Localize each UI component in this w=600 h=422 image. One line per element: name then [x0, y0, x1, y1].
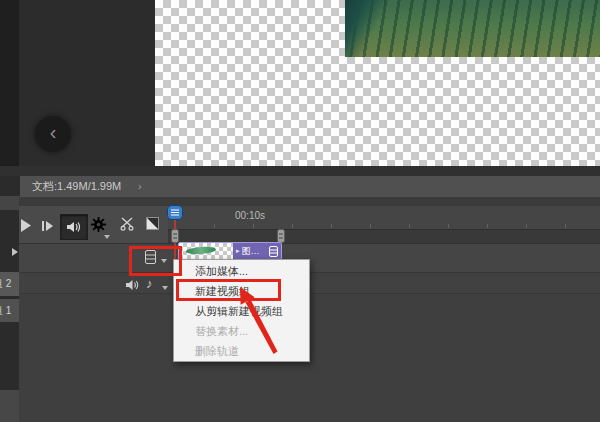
scissors-icon: [120, 217, 135, 231]
ruler-time-label: 00:10s: [235, 210, 265, 221]
audio-speaker-icon[interactable]: [126, 279, 139, 291]
audio-track-options-caret[interactable]: [162, 286, 168, 290]
clip-thumbnail: [179, 243, 233, 259]
clip-name: 图…: [242, 245, 260, 258]
video-track-filmstrip-icon[interactable]: [145, 250, 156, 264]
step-forward-button[interactable]: [42, 221, 53, 231]
menu-item-new-video-group-from-clips[interactable]: 从剪辑新建视频组: [174, 301, 309, 321]
clip-disclosure-arrow[interactable]: ▸: [236, 247, 240, 255]
layer-group-row-1[interactable]: 组 1: [0, 299, 20, 322]
menu-item-replace-footage: 替换素材...: [174, 321, 309, 341]
work-area-start-handle[interactable]: [171, 229, 179, 243]
play-button[interactable]: [20, 219, 31, 232]
video-clip[interactable]: ▸ 图…: [178, 242, 282, 260]
speaker-icon: [67, 221, 81, 233]
panel-edge-block: [0, 196, 20, 210]
transition-icon: [146, 217, 159, 230]
mute-audio-button[interactable]: [60, 214, 88, 240]
timeline-settings-gear-icon[interactable]: [91, 217, 106, 232]
document-status-bar: 文档:1.49M/1.99M ›: [20, 176, 600, 197]
work-area-end-handle[interactable]: [277, 229, 285, 243]
layer-group-row-2[interactable]: 组 2: [0, 272, 20, 296]
document-size-label: 文档:1.49M/1.99M: [32, 176, 121, 197]
playhead-marker[interactable]: [167, 205, 183, 220]
music-note-icon[interactable]: ♪: [146, 276, 153, 291]
track-disclosure-arrow[interactable]: [12, 248, 18, 256]
clip-thumbnail-art: [186, 246, 216, 255]
panel-edge-block: [0, 390, 20, 422]
timeline-ruler[interactable]: 00:10s: [168, 206, 600, 230]
menu-item-new-video-group[interactable]: 新建视频组: [174, 281, 309, 301]
split-scissors-button[interactable]: [120, 217, 135, 231]
canvas-bottom-strip: [0, 166, 600, 176]
transition-button[interactable]: [146, 217, 159, 230]
layers-panel-edge: 组 2 组 1: [0, 176, 20, 422]
gear-dropdown-caret[interactable]: [104, 235, 110, 239]
timeline-panel-top: [19, 197, 600, 206]
left-panel-sliver: [0, 0, 19, 166]
video-track-options-caret[interactable]: [161, 259, 167, 263]
collapse-back-button[interactable]: ‹: [35, 116, 71, 152]
track-context-menu: 添加媒体... 新建视频组 从剪辑新建视频组 替换素材... 删除轨道: [173, 259, 310, 362]
status-options-chevron[interactable]: ›: [138, 176, 142, 197]
field-photo-layer[interactable]: [345, 0, 600, 57]
menu-item-add-media[interactable]: 添加媒体...: [174, 261, 309, 281]
photoshop-timeline-screenshot: ‹ 文档:1.49M/1.99M › 组 2 组 1: [0, 0, 600, 422]
menu-item-delete-track: 删除轨道: [174, 341, 309, 361]
clip-header: ▸ 图…: [233, 243, 281, 259]
layer-group-label: 组 1: [0, 299, 11, 322]
layer-group-label: 组 2: [0, 272, 11, 296]
clip-filter-icon[interactable]: [269, 246, 278, 257]
